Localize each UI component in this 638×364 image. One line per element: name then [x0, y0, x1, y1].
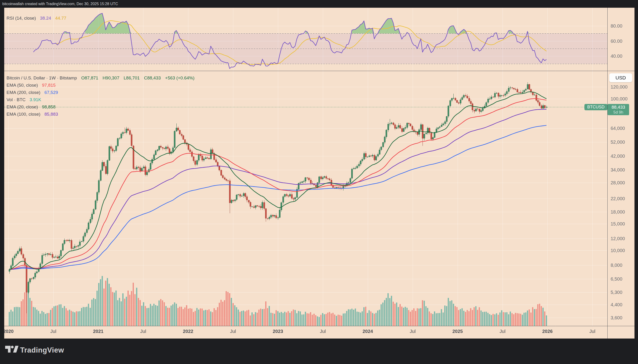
time-month-label: Jul: [140, 329, 146, 334]
last-price-badge: 88,433 5d 9h: [607, 104, 629, 115]
price-tick-label: 5,300: [611, 290, 634, 294]
price-tick-label: 34,000: [611, 168, 634, 172]
time-month-label: Jul: [500, 329, 506, 334]
indicator-label: EMA (100, close): [7, 112, 41, 116]
open-value: O87,871: [81, 76, 98, 80]
indicator-value: 85,883: [45, 112, 58, 116]
rsi-tick-label: 40.00: [611, 54, 634, 58]
price-tick-label: 120,000: [611, 84, 634, 89]
price-tick-label: 18,000: [611, 210, 634, 214]
bar-countdown-text: 5d 9h: [607, 110, 629, 115]
indicator-value: 97,815: [42, 83, 56, 88]
indicator-value: 98,858: [42, 104, 56, 109]
high-value: H90,307: [102, 76, 119, 80]
symbol-price-line-badge: BTCUSD: [584, 104, 607, 110]
time-year-label: 2026: [542, 329, 553, 334]
legend-row: Vol · BTC 3.91K: [7, 97, 194, 104]
legend-row: EMA (50, close) 97,815: [7, 82, 194, 90]
price-tick-label: 8,000: [611, 263, 634, 268]
indicator-label: EMA (200, close): [7, 90, 41, 95]
indicator-value: 67,529: [45, 90, 58, 95]
tradingview-logo-icon[interactable]: [5, 346, 19, 355]
change-value: +563 (+0.64%): [165, 76, 195, 80]
price-tick-label: 15,000: [611, 222, 634, 226]
price-tick-label: 42,000: [611, 154, 634, 158]
price-tick-label: 10,000: [611, 248, 634, 253]
legend-row: EMA (200, close) 67,529: [7, 90, 194, 97]
legend-row: EMA (100, close) 85,883: [7, 112, 194, 119]
tradingview-snapshot: bitcoinwallah created with TradingView.c…: [0, 0, 638, 364]
price-tick-label: 28,000: [611, 180, 634, 185]
rsi-tick-label: 80.00: [611, 24, 634, 28]
symbol-title: Bitcoin / U.S. Dollar · 1W · Bitstamp: [7, 76, 77, 80]
indicator-label: Vol · BTC: [7, 97, 26, 102]
rsi-legend-label: RSI (14, close): [7, 16, 36, 20]
time-year-label: 2025: [453, 329, 463, 334]
rsi-tick-label: 60.00: [611, 39, 634, 44]
header-credit-bar: bitcoinwallah created with TradingView.c…: [0, 0, 638, 8]
symbol-ohlc-row: Bitcoin / U.S. Dollar · 1W · Bitstamp O8…: [7, 75, 194, 82]
rsi-value: 38.24: [40, 16, 51, 20]
last-price-text: 88,433: [607, 104, 629, 110]
rsi-ma-value: 44.77: [55, 16, 66, 20]
price-tick-label: 6,500: [611, 276, 634, 281]
price-tick-label: 22,000: [611, 196, 634, 201]
price-tick-label: 52,000: [611, 140, 634, 144]
time-month-label: Jul: [589, 329, 595, 334]
price-tick-label: 12,000: [611, 236, 634, 241]
indicator-label: EMA (20, close): [7, 104, 38, 109]
price-tick-label: 4,400: [611, 302, 634, 307]
symbol-badge-text: BTCUSD: [587, 105, 604, 109]
main-legend[interactable]: Bitcoin / U.S. Dollar · 1W · Bitstamp O8…: [7, 75, 194, 119]
low-value: L86,701: [124, 76, 140, 80]
time-year-label: 2024: [363, 329, 373, 334]
time-month-label: Jul: [230, 329, 236, 334]
time-year-label: 2023: [273, 329, 283, 334]
price-tick-label: 3,600: [611, 316, 634, 320]
footer-bar: TradingView: [0, 338, 638, 364]
header-credit-text: bitcoinwallah created with TradingView.c…: [2, 2, 118, 6]
chart-area: RSI (14, close) 38.24 44.77 Bitcoin / U.…: [4, 8, 634, 338]
indicator-value: 3.91K: [30, 97, 41, 102]
indicator-label: EMA (50, close): [7, 83, 38, 88]
price-tick-label: 64,000: [611, 126, 634, 130]
legend-row: EMA (20, close) 98,858: [7, 104, 194, 112]
chart-canvas[interactable]: [4, 8, 634, 338]
time-month-label: Jul: [320, 329, 326, 334]
time-month-label: Jul: [50, 329, 56, 334]
time-month-label: Jul: [410, 329, 416, 334]
time-year-label: 2021: [93, 329, 104, 334]
currency-toggle-button[interactable]: USD: [609, 73, 632, 82]
time-year-label: 2020: [4, 329, 14, 334]
close-value: C88,433: [144, 76, 161, 80]
tradingview-wordmark[interactable]: TradingView: [20, 346, 64, 354]
price-tick-label: 100,000: [611, 96, 634, 101]
time-year-label: 2022: [183, 329, 193, 334]
rsi-legend[interactable]: RSI (14, close) 38.24 44.77: [7, 16, 66, 21]
